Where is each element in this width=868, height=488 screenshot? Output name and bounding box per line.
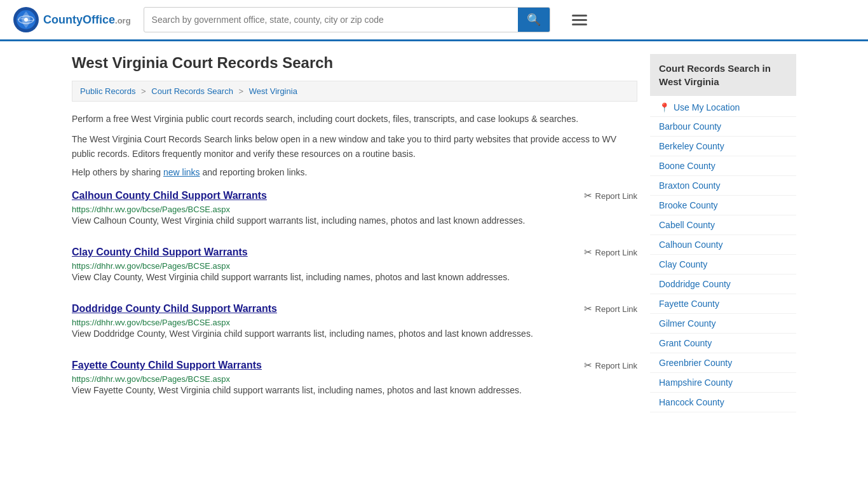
use-location-label: Use My Location (674, 102, 740, 112)
list-item: Boone County (650, 156, 796, 176)
result-url[interactable]: https://dhhr.wv.gov/bcse/Pages/BCSE.aspx (72, 205, 230, 214)
county-link[interactable]: Hancock County (650, 393, 796, 412)
breadcrumb-sep-1: > (141, 86, 148, 96)
sidebar-title: Court Records Search in West Virginia (650, 54, 796, 96)
county-link[interactable]: Greenbrier County (650, 353, 796, 372)
list-item: Grant County (650, 334, 796, 353)
report-link-button[interactable]: ✂ Report Link (584, 303, 637, 315)
result-header: Clay County Child Support Warrants ✂ Rep… (72, 247, 637, 258)
content-area: West Virginia Court Records Search Publi… (72, 54, 637, 416)
result-url[interactable]: https://dhhr.wv.gov/bcse/Pages/BCSE.aspx (72, 374, 230, 384)
report-link-button[interactable]: ✂ Report Link (584, 190, 637, 201)
list-item: Gilmer County (650, 314, 796, 334)
list-item: Clay County (650, 255, 796, 274)
county-link[interactable]: Hampshire County (650, 373, 796, 392)
list-item: Greenbrier County (650, 353, 796, 373)
header: CountyOffice.org 🔍 (0, 0, 868, 41)
list-item: Doddridge County (650, 274, 796, 294)
county-link[interactable]: Brooke County (650, 196, 796, 215)
logo[interactable]: CountyOffice.org (13, 6, 131, 33)
page-title: West Virginia Court Records Search (72, 54, 637, 72)
use-my-location-link[interactable]: 📍 Use My Location (650, 96, 796, 117)
county-list: Barbour County Berkeley County Boone Cou… (650, 117, 796, 412)
search-bar: 🔍 (144, 7, 550, 32)
county-link[interactable]: Grant County (650, 334, 796, 353)
result-desc: View Fayette County, West Virginia child… (72, 384, 637, 397)
main-container: West Virginia Court Records Search Publi… (59, 41, 809, 429)
list-item: Berkeley County (650, 137, 796, 156)
county-link[interactable]: Barbour County (650, 117, 796, 136)
list-item: Fayette County (650, 294, 796, 314)
sidebar: Court Records Search in West Virginia 📍 … (650, 54, 796, 416)
result-title-link[interactable]: Calhoun County Child Support Warrants (72, 190, 267, 201)
scissors-icon: ✂ (584, 247, 592, 258)
scissors-icon: ✂ (584, 190, 592, 201)
result-header: Calhoun County Child Support Warrants ✂ … (72, 190, 637, 201)
new-links-link[interactable]: new links (163, 167, 200, 177)
search-button[interactable]: 🔍 (518, 8, 550, 32)
county-link[interactable]: Clay County (650, 255, 796, 274)
result-item: Fayette County Child Support Warrants ✂ … (72, 360, 637, 401)
hamburger-menu-button[interactable] (569, 10, 590, 30)
result-desc: View Clay County, West Virginia child su… (72, 271, 637, 284)
result-title-link[interactable]: Fayette County Child Support Warrants (72, 360, 262, 371)
hamburger-line-1 (572, 15, 587, 17)
result-title-link[interactable]: Clay County Child Support Warrants (72, 247, 248, 258)
county-link[interactable]: Fayette County (650, 294, 796, 313)
logo-office: Office (83, 13, 115, 26)
report-link-label: Report Link (595, 361, 637, 370)
list-item: Calhoun County (650, 235, 796, 255)
result-header: Fayette County Child Support Warrants ✂ … (72, 360, 637, 371)
county-link[interactable]: Gilmer County (650, 314, 796, 333)
logo-county: County (43, 13, 83, 26)
search-input[interactable] (144, 10, 518, 30)
result-desc: View Doddridge County, West Virginia chi… (72, 327, 637, 341)
report-link-label: Report Link (595, 248, 637, 257)
result-url[interactable]: https://dhhr.wv.gov/bcse/Pages/BCSE.aspx (72, 318, 230, 327)
list-item: Cabell County (650, 215, 796, 235)
county-link[interactable]: Boone County (650, 156, 796, 175)
county-link[interactable]: Berkeley County (650, 137, 796, 156)
county-link[interactable]: Braxton County (650, 176, 796, 195)
list-item: Barbour County (650, 117, 796, 137)
result-title-link[interactable]: Doddridge County Child Support Warrants (72, 303, 277, 315)
share-prefix: Help others by sharing (72, 167, 161, 177)
intro-links-text: The West Virginia Court Records Search l… (72, 132, 637, 161)
county-link[interactable]: Cabell County (650, 215, 796, 234)
result-url[interactable]: https://dhhr.wv.gov/bcse/Pages/BCSE.aspx (72, 261, 230, 271)
county-link[interactable]: Calhoun County (650, 235, 796, 254)
county-link[interactable]: Doddridge County (650, 274, 796, 294)
logo-org: .org (115, 16, 131, 25)
results-list: Calhoun County Child Support Warrants ✂ … (72, 190, 637, 401)
scissors-icon: ✂ (584, 303, 592, 315)
result-desc: View Calhoun County, West Virginia child… (72, 214, 637, 227)
result-item: Doddridge County Child Support Warrants … (72, 303, 637, 344)
logo-icon (13, 6, 39, 33)
report-link-button[interactable]: ✂ Report Link (584, 247, 637, 258)
share-suffix: and reporting broken links. (200, 167, 308, 177)
breadcrumb-court-records[interactable]: Court Records Search (151, 86, 233, 96)
list-item: Hancock County (650, 393, 796, 412)
scissors-icon: ✂ (584, 360, 592, 371)
intro-text: Perform a free West Virginia public cour… (72, 112, 637, 126)
breadcrumb: Public Records > Court Records Search > … (72, 81, 637, 102)
share-line: Help others by sharing new links and rep… (72, 167, 637, 177)
list-item: Braxton County (650, 176, 796, 196)
report-link-button[interactable]: ✂ Report Link (584, 360, 637, 371)
hamburger-line-2 (572, 19, 587, 21)
list-item: Hampshire County (650, 373, 796, 393)
location-pin-icon: 📍 (659, 102, 670, 112)
breadcrumb-public-records[interactable]: Public Records (80, 86, 135, 96)
list-item: Brooke County (650, 196, 796, 215)
hamburger-line-3 (572, 24, 587, 25)
report-link-label: Report Link (595, 304, 637, 314)
breadcrumb-sep-2: > (239, 86, 246, 96)
result-item: Calhoun County Child Support Warrants ✂ … (72, 190, 637, 231)
result-header: Doddridge County Child Support Warrants … (72, 303, 637, 315)
logo-text: CountyOffice.org (43, 13, 131, 27)
breadcrumb-west-virginia[interactable]: West Virginia (249, 86, 297, 96)
result-item: Clay County Child Support Warrants ✂ Rep… (72, 247, 637, 288)
report-link-label: Report Link (595, 191, 637, 201)
